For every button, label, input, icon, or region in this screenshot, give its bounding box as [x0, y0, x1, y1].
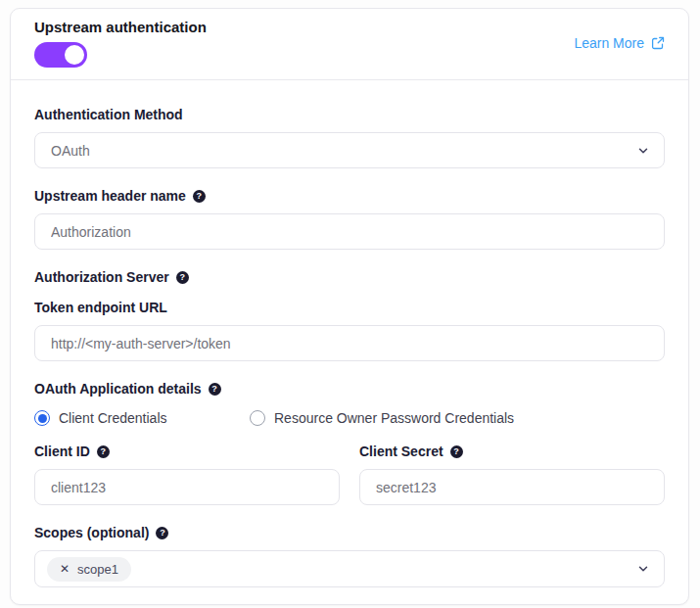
- header-name-input[interactable]: [34, 213, 665, 250]
- help-icon[interactable]: ?: [193, 190, 206, 203]
- scope-tag-label: scope1: [77, 562, 118, 577]
- external-link-icon[interactable]: [651, 36, 665, 50]
- header-left: Upstream authentication: [34, 19, 207, 68]
- grant-radio[interactable]: [34, 410, 50, 426]
- radio-option-resource-owner[interactable]: Resource Owner Password Credentials: [250, 410, 514, 426]
- auth-method-field: Authentication Method OAuth: [34, 106, 665, 168]
- token-url-input[interactable]: [34, 325, 665, 361]
- card-title: Upstream authentication: [34, 19, 207, 35]
- oauth-details-section-label: OAuth Application details ?: [34, 380, 665, 398]
- radio-label: Resource Owner Password Credentials: [274, 410, 514, 426]
- grant-radio[interactable]: [250, 410, 265, 426]
- token-url-field: Token endpoint URL: [34, 299, 665, 361]
- client-credentials-grid: Client ID ? Client Secret ?: [34, 443, 665, 505]
- scopes-label: Scopes (optional) ?: [34, 524, 665, 541]
- scope-tag: ✕ scope1: [47, 557, 131, 582]
- card-body: Authentication Method OAuth Upstream hea…: [11, 80, 688, 587]
- learn-more-label: Learn More: [574, 35, 644, 51]
- radio-label: Client Credentials: [59, 410, 167, 426]
- help-icon[interactable]: ?: [176, 271, 189, 284]
- remove-scope-icon[interactable]: ✕: [60, 563, 70, 575]
- scopes-field: Scopes (optional) ? ✕ scope1: [34, 524, 665, 587]
- help-icon[interactable]: ?: [97, 445, 110, 458]
- client-secret-field: Client Secret ?: [359, 443, 665, 505]
- header-name-field: Upstream header name ?: [34, 187, 665, 250]
- upstream-auth-card: Upstream authentication Learn More Authe…: [10, 8, 689, 605]
- client-id-label: Client ID ?: [34, 443, 340, 460]
- learn-more-link[interactable]: Learn More: [574, 35, 665, 51]
- radio-option-client-credentials[interactable]: Client Credentials: [34, 410, 250, 426]
- client-secret-input[interactable]: [359, 469, 665, 505]
- client-secret-label: Client Secret ?: [359, 443, 665, 460]
- client-id-field: Client ID ?: [34, 443, 340, 505]
- auth-method-value: OAuth: [51, 143, 90, 159]
- client-id-input[interactable]: [34, 469, 340, 505]
- upstream-auth-toggle[interactable]: [34, 42, 87, 68]
- scopes-multiselect[interactable]: ✕ scope1: [34, 550, 665, 587]
- token-url-label: Token endpoint URL: [34, 299, 665, 316]
- card-header: Upstream authentication Learn More: [11, 9, 688, 80]
- help-icon[interactable]: ?: [450, 445, 463, 458]
- header-name-label: Upstream header name ?: [34, 187, 665, 205]
- auth-method-select[interactable]: OAuth: [34, 132, 665, 168]
- chevron-down-icon: [636, 562, 650, 576]
- help-icon[interactable]: ?: [209, 383, 221, 396]
- grant-type-radio-group: Client Credentials Resource Owner Passwo…: [34, 410, 665, 426]
- toggle-knob: [65, 45, 84, 65]
- auth-server-section-label: Authorization Server ?: [34, 268, 665, 286]
- help-icon[interactable]: ?: [156, 527, 168, 539]
- auth-method-label: Authentication Method: [34, 106, 665, 123]
- chevron-down-icon: [636, 144, 650, 158]
